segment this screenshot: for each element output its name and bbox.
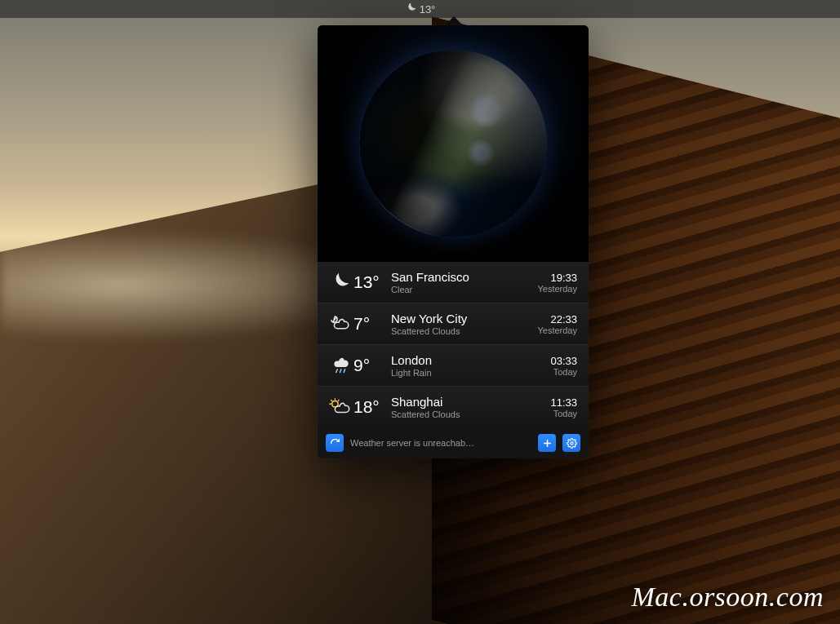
sun-cloud-icon — [326, 393, 353, 421]
moon-icon — [326, 268, 353, 296]
city-temp: 9° — [353, 356, 389, 375]
rain-cloud-icon — [326, 352, 353, 379]
city-condition: Scattered Clouds — [391, 326, 528, 337]
weather-popover: 13° San Francisco Clear 19:33 Yesterday — [318, 20, 589, 458]
city-day: Today — [528, 409, 577, 418]
svg-line-7 — [338, 401, 339, 401]
city-condition: Scattered Clouds — [391, 409, 528, 420]
status-text: Weather server is unreachab… — [350, 438, 531, 448]
svg-line-0 — [336, 370, 337, 373]
city-day: Yesterday — [528, 325, 577, 335]
city-name: London — [391, 353, 528, 368]
svg-line-6 — [331, 401, 332, 401]
add-button[interactable] — [538, 434, 556, 452]
svg-line-2 — [344, 370, 344, 373]
city-condition: Light Rain — [391, 368, 528, 378]
watermark-text: Mac.orsoon.com — [631, 582, 824, 613]
city-name: New York City — [391, 312, 528, 326]
city-row[interactable]: 13° San Francisco Clear 19:33 Yesterday — [318, 262, 589, 303]
city-day: Yesterday — [528, 284, 577, 294]
city-list: 13° San Francisco Clear 19:33 Yesterday — [318, 262, 589, 427]
city-temp: 18° — [353, 397, 389, 417]
menubar-temp: 13° — [420, 3, 436, 15]
city-time: 11:33 — [528, 396, 577, 409]
city-row[interactable]: 9° London Light Rain 03:33 Today — [318, 345, 589, 387]
popover-footer: Weather server is unreachab… — [318, 427, 589, 458]
city-row[interactable]: 7° New York City Scattered Clouds 22:33 … — [318, 303, 589, 345]
globe-view[interactable] — [318, 25, 589, 262]
earth-globe — [359, 50, 547, 237]
city-row[interactable]: 18° Shanghai Scattered Clouds 11:33 Toda… — [318, 387, 589, 427]
refresh-button[interactable] — [326, 434, 344, 452]
svg-line-1 — [340, 370, 340, 373]
menubar-weather-item[interactable]: 13° — [398, 0, 442, 18]
night-cloud-icon — [326, 310, 353, 338]
city-time: 03:33 — [528, 355, 577, 367]
city-time: 19:33 — [528, 272, 577, 284]
city-name: San Francisco — [391, 270, 528, 285]
city-temp: 7° — [353, 314, 389, 334]
city-time: 22:33 — [528, 313, 577, 325]
city-day: Today — [528, 367, 577, 377]
settings-button[interactable] — [562, 434, 580, 452]
city-temp: 13° — [353, 272, 389, 292]
moon-icon — [405, 2, 416, 16]
city-name: Shanghai — [391, 395, 528, 409]
svg-point-10 — [570, 441, 572, 444]
menu-bar: 13° — [0, 0, 840, 18]
popover-arrow — [445, 16, 463, 25]
city-condition: Clear — [391, 285, 528, 295]
